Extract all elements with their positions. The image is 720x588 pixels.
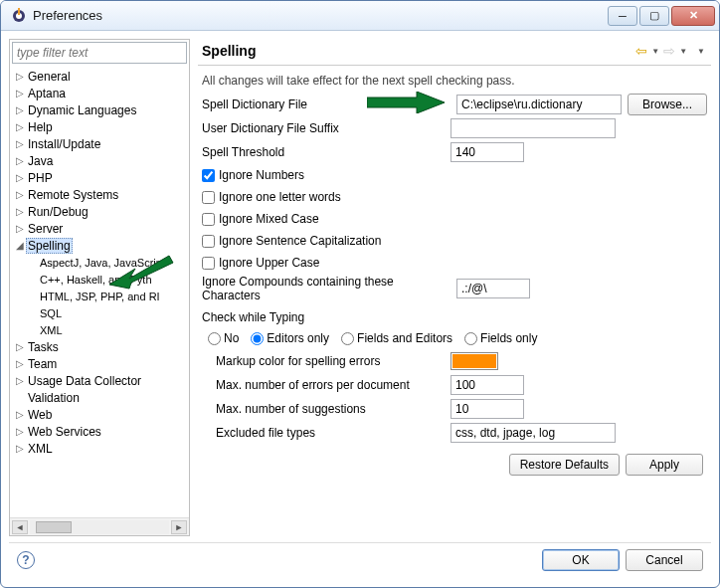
horizontal-scrollbar[interactable]: ◄ ► (10, 517, 189, 535)
tree-item-label: Java (26, 154, 55, 168)
tree-item[interactable]: ▷Help (10, 118, 189, 135)
back-menu-icon[interactable]: ▼ (651, 47, 659, 56)
tree-item-label: Server (26, 222, 65, 236)
ignore-sentence-cap-checkbox[interactable] (202, 235, 215, 248)
ignore-upper-case-label: Ignore Upper Case (219, 256, 319, 270)
ignore-compounds-input[interactable] (456, 279, 530, 298)
settings-panel: Spelling ⇦ ▼ ⇨ ▼ ▼ All changes will take… (198, 39, 711, 536)
markup-color-label: Markup color for spelling errors (216, 354, 445, 368)
minimize-button[interactable]: ─ (608, 6, 637, 26)
chevron-right-icon[interactable]: ▷ (14, 104, 26, 115)
cancel-button[interactable]: Cancel (626, 549, 703, 571)
chevron-right-icon[interactable]: ▷ (14, 155, 26, 166)
tree-item[interactable]: ▷Server (10, 220, 189, 237)
tree-item[interactable]: ▷Web Services (10, 423, 189, 440)
tree-item[interactable]: ▷Usage Data Collector (10, 372, 189, 389)
tree-item-label: Remote Systems (26, 188, 120, 202)
chevron-right-icon[interactable]: ▷ (14, 172, 26, 183)
apply-button[interactable]: Apply (626, 454, 703, 476)
tree-item-label: PHP (26, 171, 55, 185)
chevron-right-icon[interactable]: ▷ (14, 341, 26, 352)
tree-item[interactable]: ▷Dynamic Languages (10, 101, 189, 118)
chevron-right-icon[interactable]: ▷ (14, 375, 26, 386)
ok-button[interactable]: OK (542, 549, 620, 571)
tree-item[interactable]: ▷Run/Debug (10, 203, 189, 220)
tree-item-label: Validation (26, 391, 82, 405)
tree-item-label: Install/Update (26, 137, 102, 151)
chevron-right-icon[interactable]: ▷ (14, 358, 26, 369)
ignore-sentence-cap-label: Ignore Sentence Capitalization (219, 234, 381, 248)
ignore-numbers-label: Ignore Numbers (219, 168, 304, 182)
tree-item[interactable]: ▷Web (10, 406, 189, 423)
titlebar[interactable]: Preferences ─ ▢ ✕ (1, 1, 719, 31)
chevron-right-icon[interactable]: ▷ (14, 71, 26, 82)
user-suffix-input[interactable] (450, 118, 616, 138)
tree-item[interactable]: XML (10, 321, 189, 338)
tree-item[interactable]: ▷Team (10, 355, 189, 372)
help-icon[interactable]: ? (17, 551, 35, 569)
tree-item-label: Web (26, 408, 54, 422)
chevron-right-icon[interactable]: ▷ (14, 443, 26, 454)
tree-item[interactable]: ▷Remote Systems (10, 186, 189, 203)
annotation-arrow-field (367, 92, 445, 113)
page-subtitle: All changes will take effect for the nex… (198, 66, 711, 94)
browse-button[interactable]: Browse... (628, 94, 707, 115)
chevron-right-icon[interactable]: ▷ (14, 409, 26, 420)
dict-file-input[interactable] (456, 95, 622, 114)
tree-item-label: Help (26, 120, 55, 134)
excluded-types-input[interactable] (450, 423, 616, 443)
ignore-one-letter-checkbox[interactable] (202, 191, 215, 204)
restore-defaults-button[interactable]: Restore Defaults (509, 454, 620, 476)
tree-item-label: XML (26, 442, 55, 456)
maximize-button[interactable]: ▢ (639, 6, 669, 26)
ignore-one-letter-label: Ignore one letter words (219, 190, 341, 204)
check-while-typing-label: Check while Typing (202, 310, 707, 324)
forward-icon: ⇨ (663, 43, 675, 59)
tree-item[interactable]: ▷Aptana (10, 85, 189, 101)
radio-fields-only[interactable] (464, 332, 477, 345)
tree-item-label: General (26, 70, 73, 84)
chevron-right-icon[interactable]: ▷ (14, 88, 26, 98)
radio-fields-and-editors[interactable] (341, 332, 354, 345)
tree-item[interactable]: ▷PHP (10, 169, 189, 186)
ignore-upper-case-checkbox[interactable] (202, 257, 215, 270)
radio-no[interactable] (208, 332, 221, 345)
threshold-label: Spell Threshold (202, 145, 431, 159)
chevron-right-icon[interactable]: ▷ (14, 426, 26, 437)
threshold-input[interactable] (450, 142, 524, 162)
tree-item-label: Web Services (26, 425, 103, 439)
back-icon[interactable]: ⇦ (635, 43, 647, 59)
tree-item[interactable]: ▷Tasks (10, 338, 189, 355)
tree-item[interactable]: ▷Install/Update (10, 135, 189, 152)
chevron-right-icon[interactable]: ▷ (14, 189, 26, 200)
tree-item-label: Spelling (26, 238, 73, 254)
ignore-numbers-checkbox[interactable] (202, 169, 215, 182)
chevron-right-icon[interactable]: ▷ (14, 223, 26, 234)
tree-item[interactable]: ▷General (10, 68, 189, 85)
ignore-mixed-case-checkbox[interactable] (202, 213, 215, 226)
ignore-mixed-case-label: Ignore Mixed Case (219, 212, 319, 226)
view-menu-icon[interactable]: ▼ (697, 47, 705, 56)
chevron-down-icon[interactable]: ◢ (14, 240, 26, 251)
chevron-right-icon[interactable]: ▷ (14, 121, 26, 132)
tree-item-label: Run/Debug (26, 205, 90, 219)
tree-item[interactable]: SQL (10, 304, 189, 321)
tree-item[interactable]: ▷Java (10, 152, 189, 169)
markup-color-swatch[interactable] (450, 352, 498, 370)
filter-input[interactable] (12, 42, 187, 64)
forward-menu-icon[interactable]: ▼ (679, 47, 687, 56)
max-errors-input[interactable] (450, 375, 524, 395)
scroll-thumb[interactable] (36, 521, 72, 533)
category-tree[interactable]: ▷General▷Aptana▷Dynamic Languages▷Help▷I… (10, 66, 189, 517)
chevron-right-icon[interactable]: ▷ (14, 206, 26, 217)
tree-item[interactable]: Validation (10, 389, 189, 406)
chevron-right-icon[interactable]: ▷ (14, 138, 26, 149)
radio-editors-only[interactable] (251, 332, 264, 345)
scroll-right-icon[interactable]: ► (171, 520, 187, 534)
ignore-compounds-label: Ignore Compounds containing these Charac… (202, 275, 450, 302)
max-suggestions-input[interactable] (450, 399, 524, 419)
tree-item-label: Team (26, 357, 59, 371)
tree-item[interactable]: ▷XML (10, 440, 189, 457)
close-button[interactable]: ✕ (671, 6, 715, 26)
scroll-left-icon[interactable]: ◄ (12, 520, 28, 534)
